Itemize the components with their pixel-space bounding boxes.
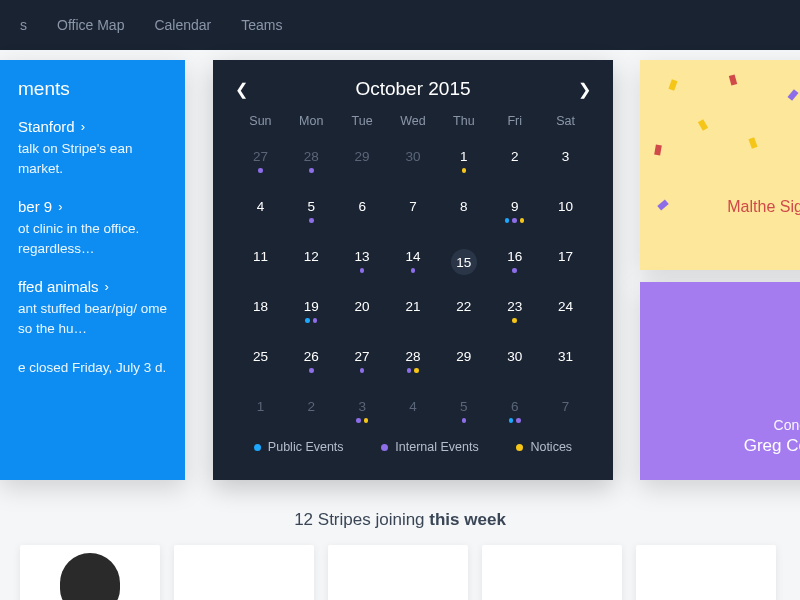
- dot-icon: [516, 444, 523, 451]
- prev-month-button[interactable]: ❮: [235, 80, 248, 99]
- day-of-week: Fri: [489, 114, 540, 134]
- event-dot-icon: [309, 168, 314, 173]
- calendar-day[interactable]: 29: [438, 346, 489, 384]
- announcements-title: ments: [18, 78, 173, 100]
- top-nav: s Office Map Calendar Teams: [0, 0, 800, 50]
- calendar-day[interactable]: 21: [388, 296, 439, 334]
- event-dot-icon: [414, 368, 419, 373]
- calendar-day[interactable]: 2: [489, 146, 540, 184]
- event-dot-icon: [313, 318, 318, 323]
- calendar-day[interactable]: 12: [286, 246, 337, 284]
- avatar-row: [20, 545, 780, 600]
- calendar-day[interactable]: 15: [438, 246, 489, 284]
- calendar-legend: Public Events Internal Events Notices: [235, 440, 591, 454]
- day-of-week: Wed: [388, 114, 439, 134]
- calendar-day[interactable]: 5: [286, 196, 337, 234]
- calendar-day[interactable]: 13: [337, 246, 388, 284]
- calendar-day[interactable]: 30: [489, 346, 540, 384]
- legend-label: Notices: [530, 440, 572, 454]
- chevron-right-icon: ›: [105, 279, 109, 294]
- legend-label: Public Events: [268, 440, 344, 454]
- chevron-right-icon: ›: [58, 199, 62, 214]
- person-card[interactable]: [328, 545, 468, 600]
- calendar-day[interactable]: 26: [286, 346, 337, 384]
- day-of-week: Thu: [438, 114, 489, 134]
- calendar-day[interactable]: 7: [388, 196, 439, 234]
- event-dot-icon: [360, 268, 365, 273]
- calendar-day[interactable]: 31: [540, 346, 591, 384]
- calendar-day[interactable]: 19: [286, 296, 337, 334]
- event-dot-icon: [512, 318, 517, 323]
- day-of-week: Sun: [235, 114, 286, 134]
- calendar-day[interactable]: 3: [540, 146, 591, 184]
- calendar-day[interactable]: 29: [337, 146, 388, 184]
- calendar-day[interactable]: 17: [540, 246, 591, 284]
- day-of-week: Tue: [337, 114, 388, 134]
- event-dot-icon: [512, 268, 517, 273]
- nav-item[interactable]: s: [20, 17, 27, 33]
- calendar-title: October 2015: [355, 78, 470, 100]
- event-dot-icon: [309, 218, 314, 223]
- calendar-day[interactable]: 9: [489, 196, 540, 234]
- next-month-button[interactable]: ❯: [578, 80, 591, 99]
- event-dot-icon: [258, 168, 263, 173]
- calendar-day[interactable]: 1: [235, 396, 286, 434]
- calendar-day[interactable]: 4: [388, 396, 439, 434]
- event-dot-icon: [505, 218, 510, 223]
- calendar-day[interactable]: 25: [235, 346, 286, 384]
- calendar-day[interactable]: 3: [337, 396, 388, 434]
- calendar-day[interactable]: 24: [540, 296, 591, 334]
- legend-label: Internal Events: [395, 440, 478, 454]
- event-dot-icon: [305, 318, 310, 323]
- calendar-day[interactable]: 27: [235, 146, 286, 184]
- calendar-day[interactable]: 28: [388, 346, 439, 384]
- announcement-item[interactable]: Stanford ›talk on Stripe's ean market.: [18, 118, 173, 178]
- calendar-day[interactable]: 4: [235, 196, 286, 234]
- event-dot-icon: [411, 268, 416, 273]
- event-dot-icon: [360, 368, 365, 373]
- calendar-day[interactable]: 1: [438, 146, 489, 184]
- nav-item-office-map[interactable]: Office Map: [57, 17, 124, 33]
- calendar-day[interactable]: 16: [489, 246, 540, 284]
- event-dot-icon: [512, 218, 517, 223]
- event-dot-icon: [364, 418, 369, 423]
- nav-item-calendar[interactable]: Calendar: [154, 17, 211, 33]
- calendar-day[interactable]: 23: [489, 296, 540, 334]
- event-dot-icon: [407, 368, 412, 373]
- calendar-day[interactable]: 20: [337, 296, 388, 334]
- announcement-item[interactable]: ffed animals ›ant stuffed bear/pig/ ome …: [18, 278, 173, 338]
- congrats-label: Congrats o: [744, 417, 800, 433]
- calendar-day[interactable]: 8: [438, 196, 489, 234]
- chevron-right-icon: ›: [81, 119, 85, 134]
- event-dot-icon: [462, 168, 467, 173]
- announcements-panel: ments Stanford ›talk on Stripe's ean mar…: [0, 60, 185, 480]
- calendar-day[interactable]: 6: [337, 196, 388, 234]
- event-dot-icon: [516, 418, 521, 423]
- event-dot-icon: [462, 418, 467, 423]
- birthday-card[interactable]: Happ Malthe SigurdssPatri: [640, 60, 800, 270]
- calendar-day[interactable]: 6: [489, 396, 540, 434]
- calendar-day[interactable]: 14: [388, 246, 439, 284]
- calendar-day[interactable]: 7: [540, 396, 591, 434]
- calendar-day[interactable]: 27: [337, 346, 388, 384]
- person-card[interactable]: [174, 545, 314, 600]
- calendar-day[interactable]: 11: [235, 246, 286, 284]
- calendar-day[interactable]: 5: [438, 396, 489, 434]
- calendar-day[interactable]: 30: [388, 146, 439, 184]
- calendar-day[interactable]: 2: [286, 396, 337, 434]
- person-card[interactable]: [636, 545, 776, 600]
- calendar-day[interactable]: 22: [438, 296, 489, 334]
- dot-icon: [254, 444, 261, 451]
- announcement-item[interactable]: ber 9 ›ot clinic in the office. regardle…: [18, 198, 173, 258]
- congrats-card[interactable]: Congrats o Greg Cooper: [640, 282, 800, 480]
- joining-heading: 12 Stripes joining this week: [0, 510, 800, 530]
- calendar-day[interactable]: 28: [286, 146, 337, 184]
- person-card[interactable]: [20, 545, 160, 600]
- person-card[interactable]: [482, 545, 622, 600]
- calendar-panel: ❮ October 2015 ❯ SunMonTueWedThuFriSat27…: [213, 60, 613, 480]
- nav-item-teams[interactable]: Teams: [241, 17, 282, 33]
- calendar-day[interactable]: 18: [235, 296, 286, 334]
- announcement-item[interactable]: e closed Friday, July 3 d.: [18, 358, 173, 378]
- calendar-day[interactable]: 10: [540, 196, 591, 234]
- event-dot-icon: [309, 368, 314, 373]
